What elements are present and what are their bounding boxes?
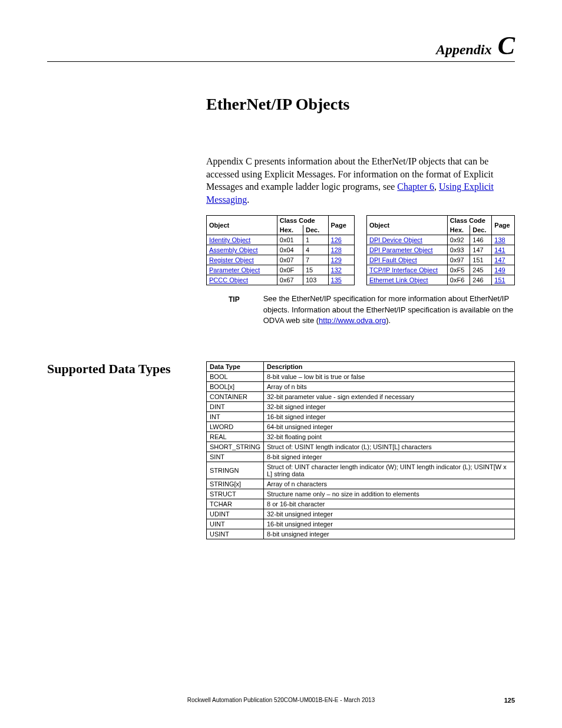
object-table-left: Object Class Code Page Hex. Dec. Identit…: [206, 215, 355, 285]
th-page: Page: [328, 216, 354, 235]
cell-desc: 32-bit parameter value - sign extended i…: [263, 391, 514, 401]
table-row: LWORD64-bit unsigned integer: [207, 421, 515, 431]
object-link[interactable]: Identity Object: [209, 236, 250, 243]
cell-dec: 103: [303, 275, 328, 285]
page-link[interactable]: 138: [494, 236, 505, 243]
table-row: UDINT32-bit unsigned integer: [207, 509, 515, 519]
table-row: BOOL[x]Array of n bits: [207, 381, 515, 391]
page-link[interactable]: 149: [494, 266, 505, 274]
cell-type: STRINGN: [207, 462, 264, 479]
cell-desc: Struct of: USINT length indicator (L); U…: [263, 442, 514, 452]
cell-type: SINT: [207, 452, 264, 462]
th-dec: Dec.: [303, 225, 328, 235]
cell-desc: 8-bit signed integer: [263, 452, 514, 462]
object-link[interactable]: Ethernet Link Object: [369, 276, 428, 284]
table-row: PCCC Object0x67103135: [207, 275, 355, 285]
th-object: Object: [367, 216, 448, 235]
cell-dec: 4: [303, 245, 328, 255]
table-row: CONTAINER32-bit parameter value - sign e…: [207, 391, 515, 401]
page-link[interactable]: 129: [331, 256, 342, 263]
cell-type: SHORT_STRING: [207, 442, 264, 452]
cell-desc: 8 or 16-bit character: [263, 499, 514, 509]
cell-type: STRUCT: [207, 489, 264, 499]
page-link[interactable]: 141: [494, 246, 505, 253]
object-link[interactable]: Assembly Object: [209, 246, 258, 253]
cell-dec: 1: [303, 235, 328, 245]
cell-type: UINT: [207, 519, 264, 529]
link-odva[interactable]: http://www.odva.org: [319, 316, 386, 325]
dt-body: BOOL8-bit value – low bit is true or fal…: [207, 371, 515, 539]
link-chapter-6[interactable]: Chapter 6: [397, 182, 434, 192]
th-classcode: Class Code: [277, 216, 328, 226]
cell-type: UDINT: [207, 509, 264, 519]
cell-dec: 146: [470, 235, 492, 245]
page-link[interactable]: 151: [494, 276, 505, 284]
th-data-type: Data Type: [207, 361, 264, 371]
cell-hex: 0x92: [447, 235, 470, 245]
cell-type: BOOL[x]: [207, 381, 264, 391]
cell-dec: 147: [470, 245, 492, 255]
cell-desc: Struct of: UINT character length indicat…: [263, 462, 514, 479]
intro-paragraph: Appendix C presents information about th…: [206, 155, 515, 206]
table-row: UINT16-bit unsigned integer: [207, 519, 515, 529]
object-link[interactable]: DPI Fault Object: [369, 256, 417, 263]
cell-hex: 0x0F: [277, 265, 303, 275]
table-row: INT16-bit signed integer: [207, 411, 515, 421]
table-row: STRUCTStructure name only – no size in a…: [207, 489, 515, 499]
cell-dec: 7: [303, 255, 328, 265]
page-link[interactable]: 128: [331, 246, 342, 253]
chapter-title: EtherNet/IP Objects: [206, 95, 515, 114]
cell-hex: 0xF5: [447, 265, 470, 275]
cell-dec: 245: [470, 265, 492, 275]
th-object: Object: [207, 216, 277, 235]
table-row: STRING[x]Array of n characters: [207, 479, 515, 489]
cell-desc: 8-bit unsigned integer: [263, 529, 514, 539]
cell-desc: 8-bit value – low bit is true or false: [263, 371, 514, 381]
cell-hex: 0x93: [447, 245, 470, 255]
cell-type: REAL: [207, 431, 264, 442]
data-types-table: Data Type Description BOOL8-bit value – …: [206, 361, 515, 539]
table-row: DPI Device Object0x92146138: [367, 235, 515, 245]
section-heading-supported-data-types: Supported Data Types: [47, 361, 206, 377]
table-row: Parameter Object0x0F15132: [207, 265, 355, 275]
tip-text: See the EtherNet/IP specification for mo…: [263, 294, 515, 326]
cell-type: STRING[x]: [207, 479, 264, 489]
cell-desc: Structure name only – no size in additio…: [263, 489, 514, 499]
th-dec: Dec.: [470, 225, 492, 235]
cell-desc: 16-bit signed integer: [263, 411, 514, 421]
th-classcode: Class Code: [447, 216, 491, 226]
intro-comma: ,: [434, 182, 439, 192]
table-row: REAL32-bit floating point: [207, 431, 515, 442]
cell-type: DINT: [207, 401, 264, 411]
table-row: Identity Object0x011126: [207, 235, 355, 245]
cell-type: USINT: [207, 529, 264, 539]
table-row: BOOL8-bit value – low bit is true or fal…: [207, 371, 515, 381]
table-row: DPI Fault Object0x97151147: [367, 255, 515, 265]
th-description: Description: [263, 361, 514, 371]
footer: Rockwell Automation Publication 520COM-U…: [47, 697, 515, 703]
cell-desc: 16-bit unsigned integer: [263, 519, 514, 529]
table-row: TCP/IP Interface Object0xF5245149: [367, 265, 515, 275]
page-link[interactable]: 135: [331, 276, 342, 284]
tip-block: TIP See the EtherNet/IP specification fo…: [229, 294, 515, 326]
object-link[interactable]: DPI Device Object: [369, 236, 422, 243]
cell-desc: 32-bit floating point: [263, 431, 514, 442]
object-link[interactable]: Register Object: [209, 256, 254, 263]
cell-desc: Array of n characters: [263, 479, 514, 489]
tip-text-after: ).: [386, 316, 391, 325]
cell-dec: 246: [470, 275, 492, 285]
cell-hex: 0x07: [277, 255, 303, 265]
object-link[interactable]: DPI Parameter Object: [369, 246, 433, 253]
appendix-header: Appendix C: [47, 35, 515, 62]
cell-hex: 0x01: [277, 235, 303, 245]
th-page: Page: [492, 216, 515, 235]
page-link[interactable]: 126: [331, 236, 342, 243]
table-row: STRINGNStruct of: UINT character length …: [207, 462, 515, 479]
table-row: USINT8-bit unsigned integer: [207, 529, 515, 539]
object-link[interactable]: TCP/IP Interface Object: [369, 266, 438, 274]
page-link[interactable]: 132: [331, 266, 342, 274]
tip-label: TIP: [229, 294, 240, 326]
object-link[interactable]: PCCC Object: [209, 276, 248, 284]
page-link[interactable]: 147: [494, 256, 505, 263]
object-link[interactable]: Parameter Object: [209, 266, 260, 274]
